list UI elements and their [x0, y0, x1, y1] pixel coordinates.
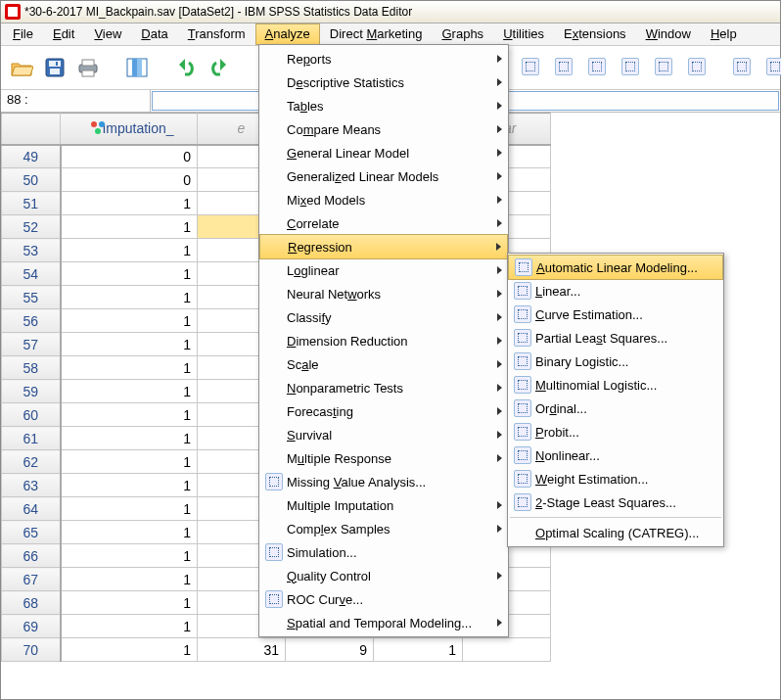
- menu-transform[interactable]: Transform: [178, 23, 255, 45]
- menu-item-dimension-reduction[interactable]: Dimension Reduction: [259, 329, 508, 352]
- menu-view[interactable]: View: [84, 23, 131, 45]
- menu-item-automatic-linear-modeling[interactable]: Automatic Linear Modeling...: [508, 255, 723, 280]
- menu-item-optimal-scaling-catreg[interactable]: Optimal Scaling (CATREG)...: [508, 521, 723, 544]
- menu-window[interactable]: Window: [636, 23, 701, 45]
- row-number[interactable]: 50: [2, 168, 61, 192]
- menu-item-nonlinear[interactable]: Nonlinear...: [508, 443, 723, 467]
- menu-item-roc-curve[interactable]: ROC Curve...: [259, 587, 508, 611]
- row-number[interactable]: 64: [2, 497, 61, 521]
- menu-item-missing-value-analysis[interactable]: Missing Value Analysis...: [259, 470, 508, 493]
- menu-graphs[interactable]: Graphs: [432, 23, 493, 45]
- cell[interactable]: 0: [61, 168, 198, 192]
- menu-item-loglinear[interactable]: Loglinear: [259, 258, 508, 282]
- menu-item-spatial-and-temporal-modeling[interactable]: Spatial and Temporal Modeling...: [259, 611, 508, 634]
- menu-item-correlate[interactable]: Correlate: [259, 211, 508, 235]
- cell[interactable]: 1: [61, 450, 198, 474]
- cell[interactable]: [463, 638, 551, 662]
- cell[interactable]: 31: [198, 638, 286, 662]
- menu-item-general-linear-model[interactable]: General Linear Model: [259, 141, 508, 164]
- menu-item-probit[interactable]: Probit...: [508, 420, 723, 443]
- cell[interactable]: 1: [61, 544, 198, 568]
- menu-item-forecasting[interactable]: Forecasting: [259, 399, 508, 423]
- open-button[interactable]: [7, 53, 36, 82]
- row-number[interactable]: 63: [2, 474, 61, 497]
- regression-submenu[interactable]: Automatic Linear Modeling...Linear...Cur…: [507, 253, 724, 547]
- cell[interactable]: 1: [61, 591, 198, 615]
- menu-analyze[interactable]: Analyze: [255, 23, 320, 45]
- row-number[interactable]: 57: [2, 333, 61, 356]
- cell[interactable]: 1: [61, 309, 198, 333]
- cell[interactable]: 0: [61, 145, 198, 168]
- chart-button-1[interactable]: [516, 52, 545, 81]
- menu-item-neural-networks[interactable]: Neural Networks: [259, 282, 508, 305]
- cell[interactable]: 1: [61, 215, 198, 239]
- font-button[interactable]: [727, 52, 757, 81]
- menu-item-descriptive-statistics[interactable]: Descriptive Statistics: [259, 70, 508, 94]
- data-view-button[interactable]: [122, 53, 152, 82]
- save-button[interactable]: [40, 53, 69, 82]
- menu-item-2-stage-least-squares[interactable]: 2-Stage Least Squares...: [508, 490, 723, 514]
- menu-help[interactable]: Help: [701, 23, 747, 45]
- cell[interactable]: 1: [61, 474, 198, 497]
- undo-button[interactable]: [171, 53, 201, 82]
- row-number[interactable]: 69: [2, 615, 61, 638]
- row-number[interactable]: 54: [2, 262, 61, 286]
- menu-item-ordinal[interactable]: Ordinal...: [508, 397, 723, 420]
- menu-extensions[interactable]: Extensions: [554, 23, 636, 45]
- col-header-Imputation_[interactable]: Imputation_: [61, 114, 198, 145]
- cell[interactable]: 1: [61, 403, 198, 427]
- menu-item-reports[interactable]: Reports: [259, 47, 508, 70]
- cell[interactable]: 1: [61, 239, 198, 262]
- menu-item-partial-least-squares[interactable]: Partial Least Squares...: [508, 326, 723, 350]
- menu-bar[interactable]: FileEditViewDataTransformAnalyzeDirect M…: [1, 23, 780, 46]
- menu-file[interactable]: File: [3, 23, 43, 45]
- row-number[interactable]: 59: [2, 380, 61, 403]
- menu-item-nonparametric-tests[interactable]: Nonparametric Tests: [259, 376, 508, 399]
- cell[interactable]: 1: [61, 380, 198, 403]
- row-number[interactable]: 55: [2, 286, 61, 309]
- menu-item-multinomial-logistic[interactable]: Multinomial Logistic...: [508, 373, 723, 397]
- print-button[interactable]: [73, 53, 103, 82]
- row-number[interactable]: 60: [2, 403, 61, 427]
- row-number[interactable]: 67: [2, 568, 61, 591]
- menu-item-compare-means[interactable]: Compare Means: [259, 117, 508, 141]
- row-number[interactable]: 49: [2, 145, 61, 168]
- menu-item-classify[interactable]: Classify: [259, 305, 508, 329]
- row-number[interactable]: 51: [2, 192, 61, 215]
- cell[interactable]: 1: [61, 333, 198, 356]
- menu-item-binary-logistic[interactable]: Binary Logistic...: [508, 350, 723, 373]
- menu-item-multiple-imputation[interactable]: Multiple Imputation: [259, 493, 508, 517]
- cell[interactable]: 1: [61, 615, 198, 638]
- menu-data[interactable]: Data: [131, 23, 177, 45]
- circles-button[interactable]: [760, 52, 781, 81]
- row-number[interactable]: 58: [2, 356, 61, 380]
- menu-item-quality-control[interactable]: Quality Control: [259, 564, 508, 587]
- menu-item-scale[interactable]: Scale: [259, 352, 508, 376]
- menu-item-multiple-response[interactable]: Multiple Response: [259, 446, 508, 470]
- table-row[interactable]: 7013191: [2, 638, 551, 662]
- menu-utilities[interactable]: Utilities: [493, 23, 554, 45]
- cell[interactable]: 1: [61, 427, 198, 450]
- menu-direct-marketing[interactable]: Direct Marketing: [320, 23, 433, 45]
- menu-item-curve-estimation[interactable]: Curve Estimation...: [508, 303, 723, 326]
- row-number[interactable]: 62: [2, 450, 61, 474]
- row-number[interactable]: 68: [2, 591, 61, 615]
- pivot-button[interactable]: [582, 52, 612, 81]
- menu-item-generalized-linear-models[interactable]: Generalized Linear Models: [259, 164, 508, 188]
- menu-item-mixed-models[interactable]: Mixed Models: [259, 188, 508, 211]
- cell[interactable]: 1: [61, 521, 198, 544]
- menu-item-survival[interactable]: Survival: [259, 423, 508, 446]
- row-number[interactable]: 65: [2, 521, 61, 544]
- menu-item-simulation[interactable]: Simulation...: [259, 540, 508, 564]
- cell[interactable]: 9: [286, 638, 374, 662]
- row-number[interactable]: 61: [2, 427, 61, 450]
- cell[interactable]: 1: [61, 568, 198, 591]
- value-labels-button[interactable]: [682, 52, 712, 81]
- cluster-button[interactable]: [649, 52, 678, 81]
- weight-button[interactable]: [616, 52, 645, 81]
- cell[interactable]: 1: [61, 192, 198, 215]
- menu-item-linear[interactable]: Linear...: [508, 279, 723, 303]
- analyze-menu-dropdown[interactable]: ReportsDescriptive StatisticsTablesCompa…: [258, 44, 509, 637]
- cell[interactable]: 1: [61, 638, 198, 662]
- chart-button-2[interactable]: [549, 52, 578, 81]
